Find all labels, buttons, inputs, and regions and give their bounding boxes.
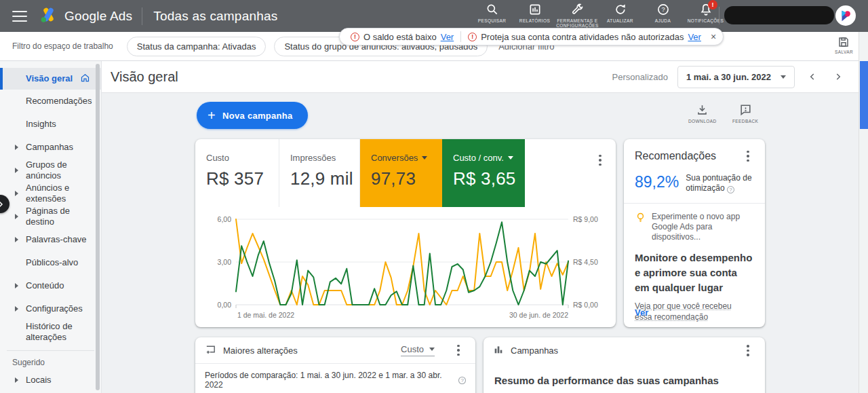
biggest-changes-card: Maiores alterações Custo Períodos de com…	[195, 337, 475, 393]
metric-cell-custo-conv[interactable]: Custo / conv. R$ 3,65	[442, 139, 525, 207]
account-divider	[719, 7, 719, 24]
custo-conv-line	[236, 222, 568, 305]
recommendation-headline: Monitore o desempenho e aprimore sua con…	[635, 250, 754, 295]
right-axis-tick: R$ 0,00	[573, 301, 598, 309]
sidebar-item-paginas-de-destino[interactable]: Páginas de destino	[0, 205, 101, 228]
metric-cell-conversoes[interactable]: Conversões 97,73	[360, 139, 442, 207]
help-circle-icon[interactable]: ?	[727, 186, 734, 193]
home-icon	[80, 73, 90, 86]
changes-menu-icon[interactable]	[452, 344, 465, 356]
chevron-down-icon	[422, 156, 427, 160]
recommendation-reason-link[interactable]: Veja por que você recebeu essa recomenda…	[635, 301, 750, 322]
plus-icon: +	[208, 109, 216, 122]
campaign-status-chip[interactable]: Status da campanha: Ativadas	[127, 37, 267, 56]
alert-icon: !	[468, 33, 477, 41]
reports-icon[interactable]: RELATÓRIOS	[513, 3, 556, 28]
main-content: Visão geral Personalizado 1 mai. a 30 ju…	[102, 61, 859, 393]
sidebar-item-configuracoes[interactable]: Configurações	[0, 297, 101, 320]
expand-arrow-icon	[15, 145, 18, 150]
feedback-button[interactable]: FEEDBACK	[732, 103, 758, 124]
sidebar-item-grupos-de-anuncios[interactable]: Grupos de anúncios	[0, 159, 101, 182]
alert-divider	[460, 31, 461, 42]
menu-icon[interactable]	[12, 11, 27, 22]
sidebar-item-palavras-chave[interactable]: Palavras-chave	[0, 228, 101, 251]
date-range-type: Personalizado	[612, 72, 668, 82]
topbar-actions: PESQUISAR RELATÓRIOS FERRAMENTAS ECONFIG…	[471, 3, 727, 28]
campaigns-menu-icon[interactable]	[742, 345, 754, 357]
alerts-bar: ! O saldo está baixo Ver ! Proteja sua c…	[339, 28, 724, 45]
optimization-score: 89,2%	[635, 173, 679, 191]
chevron-down-icon	[508, 156, 513, 160]
expand-arrow-icon	[15, 283, 18, 288]
sidebar-item-visao-geral[interactable]: Visão geral	[0, 68, 101, 90]
left-axis-tick: 6,00	[218, 215, 232, 223]
tools-settings-icon[interactable]: FERRAMENTAS ECONFIGURAÇÕES	[556, 3, 599, 28]
expand-arrow-icon	[15, 306, 18, 312]
alert-balance: ! O saldo está baixo Ver	[347, 32, 458, 42]
new-campaign-button[interactable]: + Nova campanha	[197, 102, 308, 129]
expand-arrow-icon	[15, 214, 18, 219]
card-divider	[624, 203, 765, 204]
new-window-plus-icon	[205, 343, 216, 358]
lightbulb-icon	[635, 212, 646, 242]
sidebar-item-publicos-alvo[interactable]: Públicos-alvo	[0, 251, 101, 274]
save-label: SALVAR	[835, 50, 853, 54]
account-avatar[interactable]	[835, 5, 856, 26]
alert-protect-link[interactable]: Ver	[688, 32, 701, 42]
changes-metric-dropdown[interactable]: Custo	[401, 344, 435, 356]
sidebar-item-recomendacoes[interactable]: Recomendações	[0, 90, 101, 113]
search-icon[interactable]: PESQUISAR	[471, 3, 513, 28]
expand-arrow-icon	[15, 377, 18, 383]
help-circle-icon[interactable]: ?	[458, 377, 466, 384]
account-info-redacted	[724, 6, 834, 24]
page-scrollbar-track	[859, 32, 868, 393]
right-axis-tick: R$ 9,00	[573, 215, 598, 223]
alert-balance-link[interactable]: Ver	[441, 32, 454, 42]
refresh-icon[interactable]: ATUALIZAR	[599, 3, 642, 28]
workspace-filter-label: Filtro do espaço de trabalho	[12, 41, 113, 51]
expand-arrow-icon	[15, 191, 18, 196]
left-axis-tick: 0,00	[218, 301, 232, 309]
overview-card-menu-icon[interactable]	[594, 154, 606, 166]
campaigns-headline: Resumo da performance das suas campanhas	[484, 364, 765, 386]
optimization-score-label: Sua pontuação de otimização	[686, 173, 751, 193]
google-ads-logo-icon	[39, 5, 58, 26]
metric-cell-impressoes[interactable]: Impressões 12,9 mil	[279, 139, 360, 207]
help-icon[interactable]: ? AJUDA	[642, 3, 684, 28]
x-axis-start-label: 1 de mai. de 2022	[237, 311, 294, 319]
save-button[interactable]: SALVAR	[835, 36, 853, 54]
close-icon[interactable]: ×	[711, 31, 716, 42]
sidebar-item-insights[interactable]: Insights	[0, 113, 101, 136]
svg-text:?: ?	[661, 6, 665, 13]
comparison-periods-text: Períodos de comparação: 1 mai. a 30 jun.…	[205, 371, 454, 390]
recommendations-menu-icon[interactable]	[742, 150, 754, 162]
page-scrollbar-thumb[interactable]	[860, 61, 868, 129]
metric-cell-custo[interactable]: Custo R$ 357	[195, 139, 279, 207]
alert-icon: !	[351, 33, 359, 41]
chevron-down-icon	[429, 348, 435, 351]
metric-selector-row: Custo R$ 357 Impressões 12,9 mil Convers…	[195, 139, 616, 207]
notifications-icon[interactable]: ! NOTIFICAÇÕES	[684, 3, 727, 28]
sidebar-item-anuncios-e-extensoes[interactable]: Anúncios e extensões	[0, 182, 101, 205]
overview-chart: 6,00 3,00 0,00 R$ 9,00 R$ 4,50 R$ 0,00 1…	[195, 207, 616, 327]
next-period-button[interactable]	[830, 69, 846, 85]
recommendations-view-link[interactable]: Ver	[635, 307, 648, 318]
download-button[interactable]: DOWNLOAD	[688, 103, 716, 124]
bar-chart-icon	[493, 344, 504, 358]
campaigns-card: Campanhas Resumo da performance das suas…	[484, 337, 765, 393]
sidebar-item-conteudo[interactable]: Conteúdo	[0, 274, 101, 297]
alert-protect-text: Proteja sua conta contra atividades não …	[481, 32, 684, 42]
sidebar-item-historico-de-alteracoes[interactable]: Histórico de alterações	[0, 320, 101, 343]
sidebar-nav: Visão geral Recomendações Insights Campa…	[0, 61, 102, 393]
sidebar-scrollbar[interactable]	[96, 64, 100, 390]
campaigns-title: Campanhas	[511, 345, 558, 356]
previous-period-button[interactable]	[804, 69, 821, 85]
topbar-page-title: Todas as campanhas	[153, 9, 277, 24]
sidebar-item-campanhas[interactable]: Campanhas	[0, 136, 101, 159]
x-axis-end-label: 30 de jun. de 2022	[509, 311, 568, 319]
alert-balance-text: O saldo está baixo	[363, 32, 437, 42]
date-range-picker[interactable]: 1 mai. a 30 jun. 2022	[677, 66, 795, 88]
overview-card: Custo R$ 357 Impressões 12,9 mil Convers…	[195, 139, 616, 327]
sidebar-item-locais[interactable]: Locais	[0, 369, 101, 392]
recommendations-title: Recomendações	[635, 150, 716, 162]
